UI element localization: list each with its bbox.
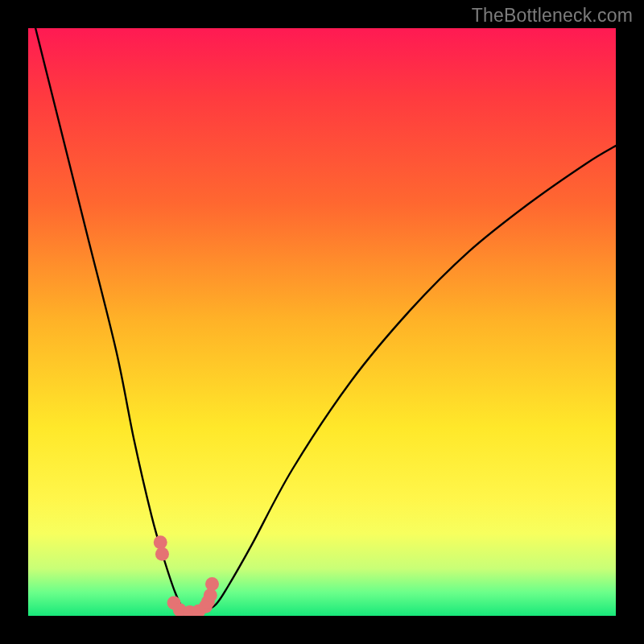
outer-frame: TheBottleneck.com (0, 0, 644, 644)
highlight-dots (154, 535, 219, 616)
highlight-dot (155, 547, 169, 561)
plot-area (28, 28, 616, 616)
chart-svg (28, 28, 616, 616)
watermark-text: TheBottleneck.com (472, 5, 633, 27)
highlight-dot (205, 577, 219, 591)
highlight-dot (154, 535, 167, 549)
bottleneck-curve (28, 28, 616, 613)
